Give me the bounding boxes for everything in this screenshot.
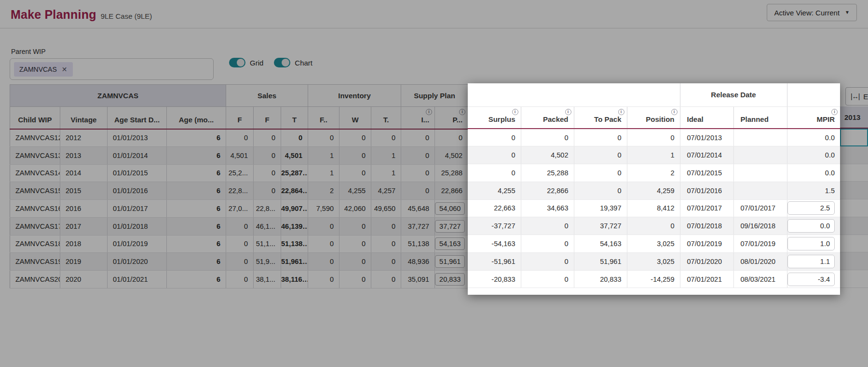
planned-date-cell: 08/01/2020 bbox=[733, 252, 787, 270]
planned-date-cell: 08/03/2021 bbox=[733, 270, 787, 288]
info-icon[interactable]: i bbox=[565, 109, 571, 115]
packed-cell: 4,502 bbox=[521, 146, 574, 164]
table-row: 04,5020107/01/20140.0 bbox=[468, 146, 840, 164]
planned-date-cell bbox=[733, 164, 787, 182]
surplus-cell: 0 bbox=[468, 129, 521, 146]
mpir-cell: 0.0 bbox=[787, 129, 840, 146]
table-row: -54,163054,1633,02507/01/201907/01/20191… bbox=[468, 235, 840, 253]
to-pack-cell: 19,397 bbox=[574, 199, 627, 217]
to-pack-cell: 0 bbox=[574, 182, 627, 199]
packed-cell: 25,288 bbox=[521, 164, 574, 182]
info-icon[interactable]: i bbox=[512, 109, 518, 115]
col-header-ideal[interactable]: Ideal bbox=[680, 106, 733, 129]
col-header-surplus[interactable]: iSurplus bbox=[468, 106, 521, 129]
group-header-blank bbox=[787, 83, 840, 106]
ideal-date-cell: 07/01/2021 bbox=[680, 270, 733, 288]
position-cell: 2 bbox=[627, 164, 680, 182]
mpir-cell: 1.5 bbox=[787, 182, 840, 199]
ideal-date-cell: 07/01/2013 bbox=[680, 129, 733, 146]
col-header-position[interactable]: iPosition bbox=[627, 106, 680, 129]
packed-cell: 0 bbox=[521, 235, 574, 253]
mpir-input[interactable]: 1.1 bbox=[787, 255, 835, 268]
surplus-cell: 0 bbox=[468, 164, 521, 182]
table-row: 4,25522,86604,25907/01/20161.5 bbox=[468, 182, 840, 199]
position-cell: 0 bbox=[627, 217, 680, 235]
to-pack-cell: 37,727 bbox=[574, 217, 627, 235]
planned-date-cell: 09/16/2018 bbox=[733, 217, 787, 235]
col-header-to-pack[interactable]: iTo Pack bbox=[574, 106, 627, 129]
packed-cell: 0 bbox=[521, 270, 574, 288]
planned-date-cell bbox=[733, 182, 787, 199]
ideal-date-cell: 07/01/2017 bbox=[680, 199, 733, 217]
info-icon[interactable]: i bbox=[831, 109, 838, 115]
table-row: 22,66334,66319,3978,41207/01/201707/01/2… bbox=[468, 199, 840, 217]
mpir-cell: 1.1 bbox=[787, 252, 840, 270]
surplus-cell: -37,727 bbox=[468, 217, 521, 235]
planned-date-cell bbox=[733, 129, 787, 146]
table-row: -51,961051,9613,02507/01/202008/01/20201… bbox=[468, 252, 840, 270]
table-row: 000007/01/20130.0 bbox=[468, 129, 840, 146]
table-row: 025,2880207/01/20150.0 bbox=[468, 164, 840, 182]
mpir-cell: 0.0 bbox=[787, 146, 840, 164]
packed-cell: 0 bbox=[521, 129, 574, 146]
to-pack-cell: 20,833 bbox=[574, 270, 627, 288]
to-pack-cell: 0 bbox=[574, 164, 627, 182]
mpir-cell: 0.0 bbox=[787, 164, 840, 182]
group-header-release-date: Release Date bbox=[680, 83, 787, 106]
surplus-cell: 0 bbox=[468, 146, 521, 164]
release-plan-panel: Release Date iSurplus iPacked iTo Pack i… bbox=[468, 83, 840, 295]
ideal-date-cell: 07/01/2015 bbox=[680, 164, 733, 182]
surplus-cell: 4,255 bbox=[468, 182, 521, 199]
to-pack-cell: 0 bbox=[574, 129, 627, 146]
position-cell: 0 bbox=[627, 129, 680, 146]
to-pack-cell: 0 bbox=[574, 146, 627, 164]
position-cell: 3,025 bbox=[627, 252, 680, 270]
col-header-mpir[interactable]: iMPIR bbox=[787, 106, 840, 129]
to-pack-cell: 54,163 bbox=[574, 235, 627, 253]
info-icon[interactable]: i bbox=[671, 109, 678, 115]
surplus-cell: -20,833 bbox=[468, 270, 521, 288]
ideal-date-cell: 07/01/2020 bbox=[680, 252, 733, 270]
planned-date-cell: 07/01/2019 bbox=[733, 235, 787, 253]
mpir-input[interactable]: 0.0 bbox=[787, 219, 835, 233]
packed-cell: 34,663 bbox=[521, 199, 574, 217]
ideal-date-cell: 07/01/2014 bbox=[680, 146, 733, 164]
col-header-packed[interactable]: iPacked bbox=[521, 106, 574, 129]
ideal-date-cell: 07/01/2016 bbox=[680, 182, 733, 199]
position-cell: 4,259 bbox=[627, 182, 680, 199]
packed-cell: 0 bbox=[521, 217, 574, 235]
mpir-cell: 1.0 bbox=[787, 235, 840, 253]
info-icon[interactable]: i bbox=[618, 109, 624, 115]
surplus-cell: 22,663 bbox=[468, 199, 521, 217]
col-header-planned[interactable]: Planned bbox=[733, 106, 787, 129]
mpir-input[interactable]: -3.4 bbox=[787, 273, 835, 286]
mpir-cell: 2.5 bbox=[787, 199, 840, 217]
mpir-input[interactable]: 1.0 bbox=[787, 237, 835, 250]
position-cell: 1 bbox=[627, 146, 680, 164]
position-cell: 3,025 bbox=[627, 235, 680, 253]
surplus-cell: -51,961 bbox=[468, 252, 521, 270]
position-cell: 8,412 bbox=[627, 199, 680, 217]
packed-cell: 22,866 bbox=[521, 182, 574, 199]
surplus-cell: -54,163 bbox=[468, 235, 521, 253]
packed-cell: 0 bbox=[521, 252, 574, 270]
table-row: -20,833020,833-14,25907/01/202108/03/202… bbox=[468, 270, 840, 288]
ideal-date-cell: 07/01/2019 bbox=[680, 235, 733, 253]
ideal-date-cell: 07/01/2018 bbox=[680, 217, 733, 235]
table-row: -37,727037,727007/01/201809/16/20180.0 bbox=[468, 217, 840, 235]
planned-date-cell bbox=[733, 146, 787, 164]
position-cell: -14,259 bbox=[627, 270, 680, 288]
mpir-cell: -3.4 bbox=[787, 270, 840, 288]
mpir-cell: 0.0 bbox=[787, 217, 840, 235]
to-pack-cell: 51,961 bbox=[574, 252, 627, 270]
group-header-blank bbox=[468, 83, 680, 106]
planned-date-cell: 07/01/2017 bbox=[733, 199, 787, 217]
mpir-input[interactable]: 2.5 bbox=[787, 201, 835, 215]
